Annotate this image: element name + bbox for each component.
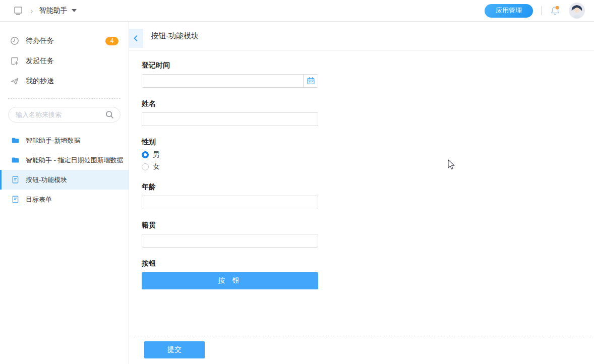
sidebar-search bbox=[8, 107, 121, 123]
folder-icon bbox=[11, 156, 20, 164]
main-panel: 按钮-功能模块 登记时间 bbox=[129, 22, 594, 364]
submit-button[interactable]: 提交 bbox=[144, 341, 205, 358]
sidebar-item-my-cc[interactable]: 我的抄送 bbox=[0, 71, 129, 91]
radio-label: 男 bbox=[153, 150, 160, 159]
tree-item-target-form[interactable]: 目标表单 bbox=[0, 190, 129, 209]
field-label: 登记时间 bbox=[142, 61, 318, 69]
radio-label: 女 bbox=[153, 162, 160, 171]
folder-icon bbox=[11, 136, 20, 145]
topbar: › 智能助手 应用管理 bbox=[0, 0, 594, 22]
tree-item-folder[interactable]: 智能助手 - 指定日期范围新增数据 bbox=[0, 150, 129, 170]
sidebar: 待办任务 4 发起任务 我的抄送 bbox=[0, 22, 129, 364]
chevron-down-icon[interactable] bbox=[72, 9, 77, 12]
field-native-place: 籍贯 bbox=[142, 221, 318, 248]
sidebar-item-label: 我的抄送 bbox=[26, 77, 54, 86]
notification-bell-icon[interactable] bbox=[550, 5, 561, 16]
radio-option-female[interactable]: 女 bbox=[142, 163, 318, 171]
tree-item-form-button-module[interactable]: 按钮-功能模块 bbox=[0, 170, 129, 190]
age-input[interactable] bbox=[142, 196, 318, 209]
field-label: 籍贯 bbox=[142, 221, 318, 229]
sidebar-item-create-task[interactable]: 发起任务 bbox=[0, 51, 129, 71]
sidebar-item-todo-tasks[interactable]: 待办任务 4 bbox=[0, 31, 129, 51]
native-place-input[interactable] bbox=[142, 234, 318, 248]
workspace-icon[interactable] bbox=[13, 6, 23, 16]
clock-icon bbox=[10, 36, 19, 45]
field-name: 姓名 bbox=[142, 99, 318, 126]
form-content: 登记时间 bbox=[129, 50, 594, 336]
page-title: 按钮-功能模块 bbox=[151, 31, 199, 41]
form-icon bbox=[11, 195, 20, 204]
tree-item-label: 智能助手 - 指定日期范围新增数据 bbox=[26, 156, 124, 165]
search-input[interactable] bbox=[16, 111, 105, 118]
back-button[interactable] bbox=[129, 29, 143, 48]
radio-option-male[interactable]: 男 bbox=[142, 151, 318, 159]
field-action-button: 按钮 按 钮 bbox=[142, 259, 318, 289]
tree-item-folder[interactable]: 智能助手-新增数据 bbox=[0, 131, 129, 150]
tree-item-label: 目标表单 bbox=[26, 195, 52, 204]
user-avatar[interactable] bbox=[569, 3, 585, 19]
form-tree: 智能助手-新增数据 智能助手 - 指定日期范围新增数据 bbox=[0, 131, 129, 209]
field-gender: 性别 男 女 bbox=[142, 138, 318, 171]
cc-send-icon bbox=[10, 77, 19, 86]
date-input-group bbox=[142, 74, 318, 88]
field-label: 年龄 bbox=[142, 183, 318, 191]
radio-selected-icon[interactable] bbox=[142, 151, 149, 158]
radio-unselected-icon[interactable] bbox=[142, 163, 149, 170]
breadcrumb-app-name[interactable]: 智能助手 bbox=[39, 6, 68, 15]
form-action-button[interactable]: 按 钮 bbox=[142, 272, 318, 289]
field-label: 姓名 bbox=[142, 99, 318, 107]
tree-item-label: 智能助手-新增数据 bbox=[26, 136, 80, 145]
calendar-icon[interactable] bbox=[303, 75, 318, 87]
form-icon bbox=[11, 175, 20, 184]
name-input[interactable] bbox=[142, 112, 318, 126]
field-register-time: 登记时间 bbox=[142, 61, 318, 88]
form-footer: 提交 bbox=[129, 336, 594, 364]
field-label: 性别 bbox=[142, 138, 318, 146]
todo-count-badge: 4 bbox=[105, 37, 118, 45]
sidebar-divider bbox=[8, 98, 121, 99]
create-task-icon bbox=[10, 56, 19, 66]
sidebar-item-label: 发起任务 bbox=[26, 56, 54, 66]
search-icon[interactable] bbox=[105, 110, 114, 119]
field-age: 年龄 bbox=[142, 183, 318, 209]
form-header: 按钮-功能模块 bbox=[129, 22, 594, 50]
topbar-divider bbox=[541, 6, 542, 15]
tree-item-label: 按钮-功能模块 bbox=[26, 175, 67, 185]
breadcrumb-separator: › bbox=[30, 7, 33, 15]
field-label: 按钮 bbox=[142, 259, 318, 267]
app-manage-button[interactable]: 应用管理 bbox=[485, 4, 533, 18]
sidebar-item-label: 待办任务 bbox=[26, 36, 54, 45]
register-time-input[interactable] bbox=[142, 75, 303, 87]
